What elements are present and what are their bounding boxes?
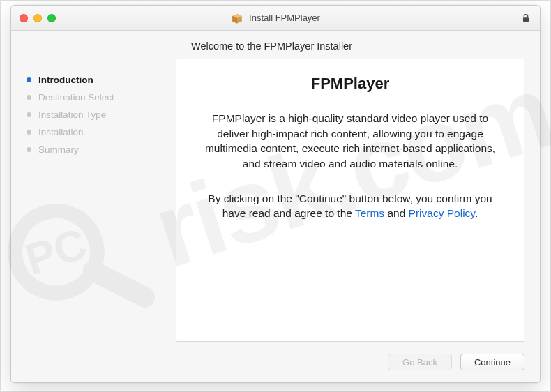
content-agreement: By clicking on the "Continue" button bel… — [196, 191, 504, 221]
terms-link[interactable]: Terms — [355, 207, 384, 219]
agree-suffix: . — [475, 207, 478, 219]
sidebar-item-label: Installation Type — [38, 110, 106, 120]
sidebar-item-installation: Installation — [27, 123, 169, 141]
content-panel: FPMPlayer FPMPlayer is a high-quality st… — [176, 59, 524, 342]
zoom-window-button[interactable] — [47, 14, 56, 22]
window-title: Install FPMPlayer — [249, 13, 320, 23]
bullet-icon — [27, 147, 31, 152]
minimize-window-button[interactable] — [33, 14, 42, 22]
sidebar-item-label: Summary — [38, 144, 79, 155]
page-heading: Welcome to the FPMPlayer Installer — [11, 31, 540, 59]
content-description: FPMPlayer is a high-quality standard vid… — [196, 111, 504, 172]
main-row: Introduction Destination Select Installa… — [11, 59, 540, 342]
privacy-policy-link[interactable]: Privacy Policy — [409, 207, 475, 219]
svg-rect-0 — [523, 17, 529, 22]
installer-window: Install FPMPlayer Welcome to the FPMPlay… — [10, 5, 541, 383]
bullet-icon — [27, 77, 31, 82]
outer-frame: Install FPMPlayer Welcome to the FPMPlay… — [0, 0, 551, 392]
bullet-icon — [27, 95, 31, 100]
sidebar-item-label: Destination Select — [38, 92, 114, 103]
sidebar-item-summary: Summary — [27, 141, 169, 158]
sidebar: Introduction Destination Select Installa… — [11, 59, 176, 342]
lock-icon[interactable] — [520, 13, 531, 24]
agree-middle: and — [384, 207, 408, 219]
sidebar-item-introduction[interactable]: Introduction — [27, 71, 169, 89]
package-icon — [231, 12, 243, 24]
body-area: Welcome to the FPMPlayer Installer Intro… — [11, 31, 540, 382]
go-back-button: Go Back — [388, 354, 452, 370]
bullet-icon — [27, 130, 31, 135]
sidebar-item-label: Installation — [38, 127, 84, 137]
button-row: Go Back Continue — [11, 342, 540, 382]
sidebar-item-installation-type: Installation Type — [27, 106, 169, 123]
sidebar-item-label: Introduction — [38, 75, 93, 85]
close-window-button[interactable] — [20, 14, 28, 22]
content-title: FPMPlayer — [196, 75, 504, 93]
window-controls — [11, 14, 56, 22]
continue-button[interactable]: Continue — [460, 354, 524, 370]
title-center: Install FPMPlayer — [11, 12, 540, 24]
titlebar: Install FPMPlayer — [11, 6, 540, 31]
sidebar-item-destination-select: Destination Select — [27, 89, 169, 106]
bullet-icon — [27, 112, 31, 117]
